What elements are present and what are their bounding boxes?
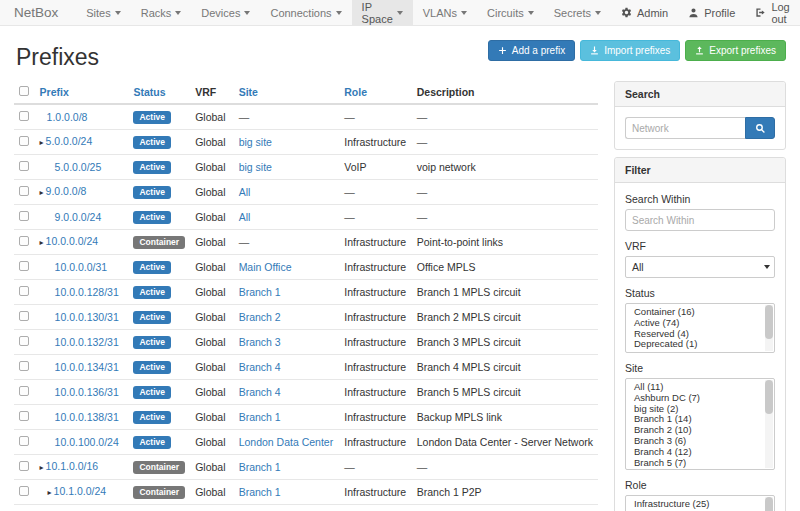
row-checkbox[interactable] xyxy=(19,186,29,196)
prefix-link[interactable]: 1.0.0.0/8 xyxy=(47,111,88,123)
site-link[interactable]: Branch 1 xyxy=(239,286,281,298)
row-checkbox[interactable] xyxy=(19,161,29,171)
listbox-option[interactable]: COLO-1-2A (2) xyxy=(626,468,774,470)
row-checkbox[interactable] xyxy=(19,361,29,371)
status-cell: Active xyxy=(128,104,190,130)
site-link[interactable]: Branch 1 xyxy=(239,486,281,498)
listbox-option[interactable]: Ashburn DC (7) xyxy=(626,393,774,404)
site-link[interactable]: All xyxy=(239,211,251,223)
listbox-option[interactable]: Active (74) xyxy=(626,318,774,329)
scrollbar-thumb[interactable] xyxy=(765,380,773,414)
site-link[interactable]: Branch 1 xyxy=(239,411,281,423)
table-row: 10.0.0.136/31ActiveGlobalBranch 4Infrast… xyxy=(14,380,598,405)
search-within-input[interactable] xyxy=(625,209,775,231)
column-header-link[interactable]: Status xyxy=(133,86,165,98)
prefix-link[interactable]: 10.0.0.130/31 xyxy=(55,311,119,323)
row-checkbox[interactable] xyxy=(19,386,29,396)
site-link[interactable]: Branch 2 xyxy=(239,311,281,323)
row-checkbox[interactable] xyxy=(19,211,29,221)
add-a-prefix-button[interactable]: Add a prefix xyxy=(488,40,575,61)
row-checkbox[interactable] xyxy=(19,436,29,446)
row-checkbox[interactable] xyxy=(19,336,29,346)
row-checkbox[interactable] xyxy=(19,111,29,121)
expand-caret-icon[interactable]: ▸ xyxy=(40,238,44,247)
prefix-link[interactable]: 5.0.0.0/24 xyxy=(46,135,93,147)
nav-item-racks[interactable]: Racks xyxy=(131,0,192,25)
prefix-link[interactable]: 10.0.0.128/31 xyxy=(55,286,119,298)
import-prefixes-button[interactable]: Import prefixes xyxy=(580,40,680,61)
prefix-link[interactable]: 9.0.0.0/8 xyxy=(46,185,87,197)
site-link[interactable]: Branch 4 xyxy=(239,386,281,398)
nav-item-circuits[interactable]: Circuits xyxy=(477,0,544,25)
prefix-link[interactable]: 10.0.0.0/31 xyxy=(55,261,108,273)
table-row: 5.0.0.0/25ActiveGlobalbig siteVoIPvoip n… xyxy=(14,155,598,180)
nav-item-ip-space[interactable]: IP Space xyxy=(352,0,413,25)
nav-item-sites[interactable]: Sites xyxy=(76,0,130,25)
status-badge: Active xyxy=(133,361,171,374)
expand-caret-icon[interactable]: ▸ xyxy=(40,463,44,472)
expand-caret-icon[interactable]: ▸ xyxy=(40,188,44,197)
export-prefixes-button[interactable]: Export prefixes xyxy=(685,40,786,61)
page-header: Prefixes Add a prefixImport prefixesExpo… xyxy=(14,36,786,81)
select-all-checkbox[interactable] xyxy=(19,86,29,96)
prefix-link[interactable]: 10.0.0.138/31 xyxy=(55,411,119,423)
prefix-link[interactable]: 10.0.0.132/31 xyxy=(55,336,119,348)
prefix-link[interactable]: 9.0.0.0/24 xyxy=(55,211,102,223)
nav-brand[interactable]: NetBox xyxy=(14,0,58,25)
site-listbox[interactable]: All (11)Ashburn DC (7)big site (2)Branch… xyxy=(625,378,775,470)
nav-item-vlans[interactable]: VLANs xyxy=(413,0,477,25)
row-checkbox[interactable] xyxy=(19,461,29,471)
prefix-link[interactable]: 10.0.0.134/31 xyxy=(55,361,119,373)
listbox-option[interactable]: Deprecated (1) xyxy=(626,339,774,350)
nav-item-connections[interactable]: Connections xyxy=(260,0,351,25)
vrf-select[interactable]: All xyxy=(625,256,775,278)
row-checkbox[interactable] xyxy=(19,286,29,296)
column-header-link[interactable]: Site xyxy=(239,86,258,98)
row-checkbox[interactable] xyxy=(19,136,29,146)
nav-admin[interactable]: Admin xyxy=(611,0,678,25)
listbox-option[interactable]: Branch 4 (12) xyxy=(626,447,774,458)
table-row: ▸5.0.0.0/24ActiveGlobalbig siteInfrastru… xyxy=(14,130,598,155)
row-checkbox[interactable] xyxy=(19,236,29,246)
status-badge: Active xyxy=(133,436,171,449)
search-button[interactable] xyxy=(745,117,775,139)
row-checkbox[interactable] xyxy=(19,311,29,321)
prefix-link[interactable]: 10.0.100.0/24 xyxy=(55,436,119,448)
role-cell: Infrastructure xyxy=(339,280,411,305)
site-link[interactable]: Branch 3 xyxy=(239,336,281,348)
column-header-link[interactable]: Prefix xyxy=(40,86,69,98)
scrollbar-thumb[interactable] xyxy=(765,497,773,511)
role-listbox[interactable]: Infrastructure (25)Management (8)Private… xyxy=(625,495,775,511)
site-link[interactable]: big site xyxy=(239,136,272,148)
site-cell: Branch 1 xyxy=(234,455,340,480)
prefix-link[interactable]: 10.0.0.136/31 xyxy=(55,386,119,398)
status-cell: Container xyxy=(128,480,190,505)
site-link[interactable]: big site xyxy=(239,161,272,173)
site-link[interactable]: All xyxy=(239,186,251,198)
search-input[interactable] xyxy=(625,117,745,139)
site-link[interactable]: Branch 1 xyxy=(239,461,281,473)
row-checkbox[interactable] xyxy=(19,486,29,496)
site-link[interactable]: Main Office xyxy=(239,261,292,273)
prefix-link[interactable]: 10.1.0.0/16 xyxy=(46,460,99,472)
scrollbar-thumb[interactable] xyxy=(765,305,773,339)
expand-caret-icon[interactable]: ▸ xyxy=(40,138,44,147)
status-listbox[interactable]: Container (16)Active (74)Reserved (4)Dep… xyxy=(625,303,775,353)
prefix-link[interactable]: 10.0.0.0/24 xyxy=(46,235,99,247)
prefix-link[interactable]: 10.1.0.0/24 xyxy=(54,485,107,497)
column-header-link[interactable]: Role xyxy=(344,86,367,98)
status-label: Status xyxy=(625,287,775,299)
vrf-label: VRF xyxy=(625,240,775,252)
row-checkbox[interactable] xyxy=(19,261,29,271)
site-link[interactable]: London Data Center xyxy=(239,436,334,448)
row-select-cell xyxy=(14,330,35,355)
row-checkbox[interactable] xyxy=(19,411,29,421)
expand-caret-icon[interactable]: ▸ xyxy=(48,488,52,497)
nav-item-devices[interactable]: Devices xyxy=(191,0,260,25)
prefix-link[interactable]: 5.0.0.0/25 xyxy=(55,161,102,173)
nav-log-out[interactable]: Log out xyxy=(745,0,799,25)
nav-item-secrets[interactable]: Secrets xyxy=(544,0,611,25)
site-link[interactable]: Branch 4 xyxy=(239,361,281,373)
status-cell: Active xyxy=(128,330,190,355)
nav-profile[interactable]: Profile xyxy=(678,0,745,25)
